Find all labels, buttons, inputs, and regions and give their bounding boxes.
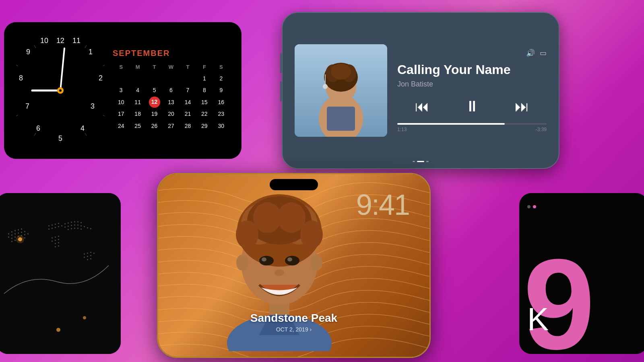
forward-button[interactable]: ⏭: [515, 98, 529, 115]
side-button-2: [280, 81, 282, 101]
svg-rect-96: [71, 228, 72, 229]
cal-empty: [163, 73, 179, 85]
svg-rect-97: [74, 228, 75, 229]
svg-text:4: 4: [80, 124, 85, 132]
svg-point-119: [310, 255, 322, 271]
svg-rect-48: [24, 231, 25, 232]
svg-text:10: 10: [40, 37, 48, 45]
cal-header-f: F: [196, 62, 213, 72]
svg-line-16: [103, 115, 105, 117]
calendar-header-row: S M T W T F S: [113, 62, 229, 72]
svg-point-27: [59, 89, 62, 92]
svg-point-118: [236, 255, 248, 271]
svg-rect-85: [80, 222, 82, 223]
lockscreen-caption-title: Sandstone Peak: [158, 312, 429, 325]
svg-text:2: 2: [99, 74, 103, 82]
ls-side-button-1: [157, 230, 158, 255]
cal-day-23: 23: [213, 108, 229, 120]
svg-rect-81: [68, 222, 69, 224]
cal-week-5: 24 25 26 27 28 29 30: [113, 120, 229, 132]
cal-week-2: 3 4 5 6 7 8 9: [113, 84, 229, 97]
dot-indicator-2: [533, 205, 536, 208]
pause-button[interactable]: ⏸: [464, 98, 480, 115]
svg-rect-69: [61, 225, 62, 226]
cal-day-13: 13: [163, 97, 179, 109]
cal-header-th: T: [180, 62, 196, 72]
svg-rect-84: [77, 221, 78, 222]
svg-rect-60: [24, 237, 25, 239]
svg-rect-90: [77, 224, 78, 226]
svg-rect-91: [80, 225, 82, 226]
svg-rect-67: [55, 227, 56, 228]
svg-rect-92: [84, 226, 85, 227]
rewind-button[interactable]: ⏮: [415, 98, 429, 115]
svg-rect-77: [58, 242, 59, 243]
cal-day-4: 4: [129, 84, 146, 97]
cal-day-30: 30: [213, 120, 229, 132]
svg-point-131: [287, 257, 292, 261]
svg-text:3: 3: [91, 102, 95, 110]
svg-rect-88: [71, 225, 72, 226]
svg-rect-80: [64, 223, 66, 224]
cal-day-18: 18: [129, 108, 146, 120]
svg-rect-108: [90, 258, 91, 259]
cal-day-20: 20: [163, 108, 179, 120]
cal-day-29: 29: [196, 120, 213, 132]
svg-line-17: [85, 133, 87, 136]
svg-rect-89: [74, 224, 75, 226]
cal-day-15: 15: [196, 97, 213, 109]
progress-bar[interactable]: [397, 123, 547, 125]
svg-point-35: [323, 84, 328, 89]
current-time: 1:13: [397, 127, 407, 132]
svg-rect-37: [327, 107, 355, 131]
svg-rect-79: [58, 245, 59, 247]
svg-text:6: 6: [36, 124, 40, 132]
svg-rect-87: [68, 226, 69, 227]
cal-day-8: 8: [196, 84, 213, 97]
cal-empty: [146, 73, 163, 85]
cal-header-w: W: [163, 62, 179, 72]
cal-header-t: T: [146, 62, 163, 72]
svg-rect-71: [55, 237, 56, 238]
svg-rect-46: [18, 232, 19, 234]
music-progress: 1:13 -3:39: [397, 123, 547, 132]
large-number-widget: 9 K: [519, 193, 644, 354]
svg-point-127: [300, 220, 323, 249]
svg-rect-74: [55, 240, 56, 241]
cal-day-27: 27: [163, 120, 179, 132]
calendar-month: SEPTEMBER: [113, 49, 229, 58]
phone-pagination-dots: [413, 161, 429, 162]
cal-day-10: 10: [113, 97, 129, 109]
music-controls[interactable]: ⏮ ⏸ ⏭: [397, 98, 547, 115]
cal-day-26: 26: [146, 120, 163, 132]
svg-text:8: 8: [19, 74, 23, 82]
svg-point-34: [331, 64, 351, 80]
svg-text:7: 7: [25, 102, 29, 110]
dot-indicator-1: [527, 205, 530, 208]
svg-point-113: [56, 328, 60, 332]
svg-rect-73: [52, 241, 53, 242]
cal-empty: [129, 73, 146, 85]
cal-empty: [113, 73, 129, 85]
svg-rect-63: [55, 224, 56, 225]
svg-rect-93: [87, 227, 88, 228]
cal-day-28: 28: [180, 120, 196, 132]
svg-point-110: [16, 235, 24, 243]
svg-rect-64: [58, 223, 59, 224]
cal-day-19: 19: [146, 108, 163, 120]
cal-header-m: M: [129, 62, 146, 72]
svg-rect-78: [55, 246, 56, 247]
cal-day-11: 11: [129, 97, 146, 109]
svg-line-14: [103, 64, 105, 66]
svg-rect-100: [84, 253, 85, 255]
svg-point-130: [262, 257, 266, 261]
svg-line-23: [34, 45, 36, 48]
svg-rect-62: [52, 224, 53, 226]
progress-fill: [397, 123, 505, 125]
dot-1: [413, 161, 415, 162]
svg-rect-65: [48, 228, 50, 230]
song-title: Calling Your Name: [397, 63, 547, 77]
svg-rect-68: [58, 226, 59, 227]
small-letter: K: [527, 301, 549, 338]
cal-day-5: 5: [146, 84, 163, 97]
